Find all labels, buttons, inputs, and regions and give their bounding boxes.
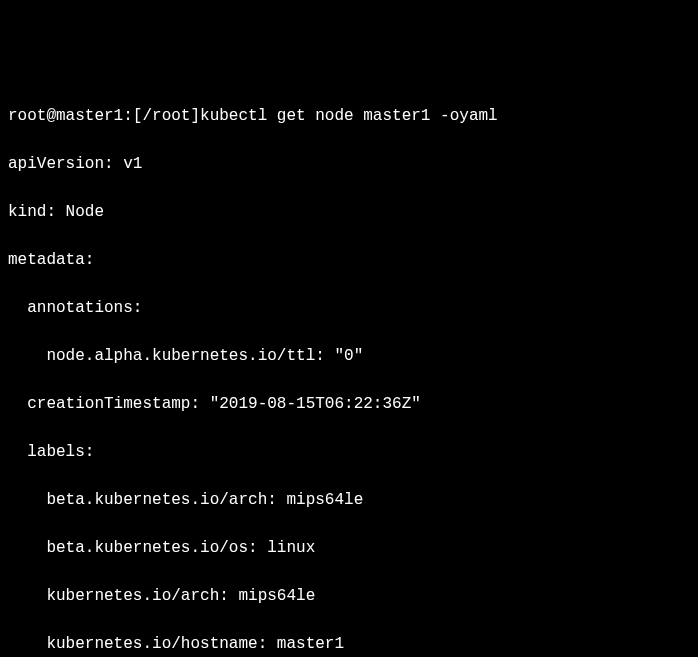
terminal-output-line: node.alpha.kubernetes.io/ttl: "0" (8, 344, 690, 368)
terminal-output-line: metadata: (8, 248, 690, 272)
terminal-output-line: creationTimestamp: "2019-08-15T06:22:36Z… (8, 392, 690, 416)
terminal-output-line: labels: (8, 440, 690, 464)
terminal-output-line: kubernetes.io/arch: mips64le (8, 584, 690, 608)
terminal-output-line: kind: Node (8, 200, 690, 224)
terminal-output-line: apiVersion: v1 (8, 152, 690, 176)
terminal-prompt: root@master1:[/root] (8, 107, 200, 125)
terminal-output-line: annotations: (8, 296, 690, 320)
terminal-command: kubectl get node master1 -oyaml (200, 107, 498, 125)
terminal-output-line: beta.kubernetes.io/os: linux (8, 536, 690, 560)
terminal-output-line: kubernetes.io/hostname: master1 (8, 632, 690, 656)
terminal-prompt-line[interactable]: root@master1:[/root]kubectl get node mas… (8, 104, 690, 128)
terminal-output-line: beta.kubernetes.io/arch: mips64le (8, 488, 690, 512)
